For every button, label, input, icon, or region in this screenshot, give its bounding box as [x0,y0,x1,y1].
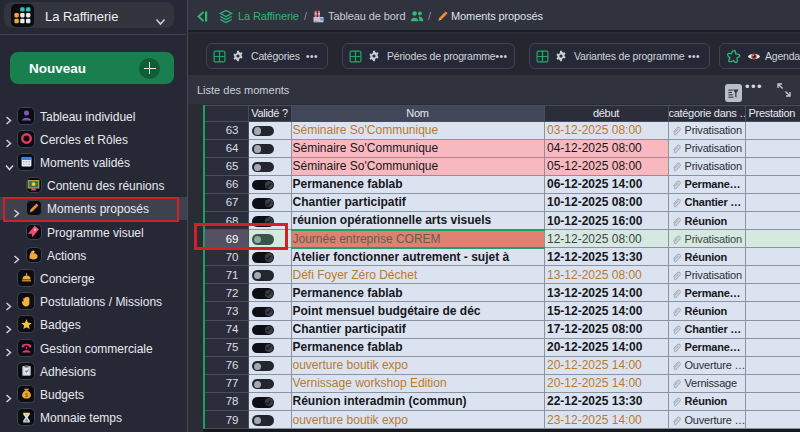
svg-text:$: $ [25,392,28,398]
